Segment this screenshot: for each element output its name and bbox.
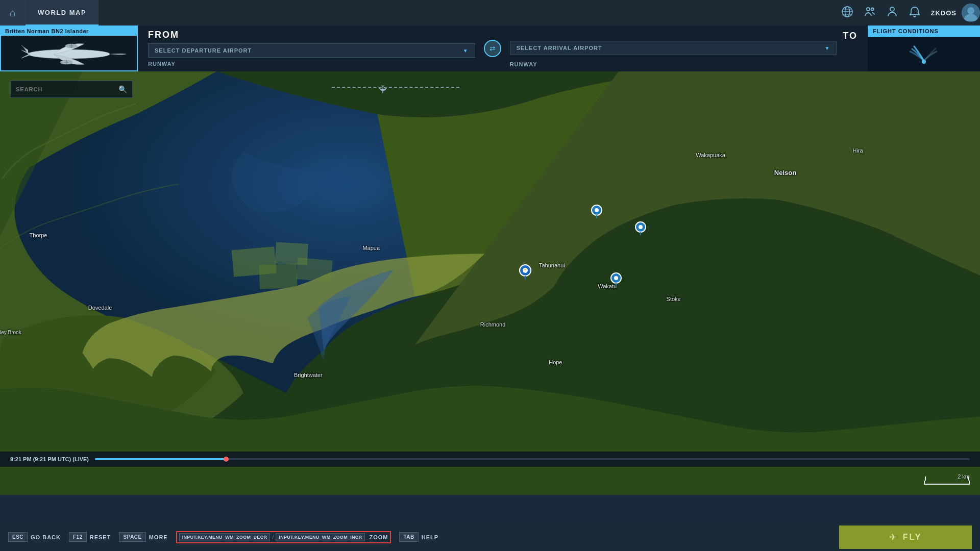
more-label: MORE bbox=[149, 534, 168, 540]
world-map-label: WORLD MAP bbox=[38, 9, 86, 16]
top-nav-bar: ⌂ WORLD MAP bbox=[0, 0, 980, 26]
aircraft-name-label: Britten Norman BN2 Islander bbox=[1, 27, 137, 36]
from-label: FROM bbox=[148, 30, 475, 40]
username-label: ZKDOS bbox=[931, 9, 957, 17]
scale-ruler bbox=[924, 481, 970, 485]
fly-button[interactable]: ✈ FLY bbox=[839, 525, 972, 549]
bell-icon[interactable] bbox=[909, 6, 921, 20]
space-key-badge: SPACE bbox=[119, 532, 145, 542]
departure-dropdown-arrow: ▼ bbox=[463, 48, 469, 54]
search-input[interactable] bbox=[16, 86, 114, 92]
swap-airports-button[interactable]: ⇄ bbox=[484, 40, 501, 57]
to-label: TO bbox=[843, 31, 857, 41]
svg-rect-22 bbox=[296, 258, 333, 282]
svg-point-31 bbox=[614, 276, 618, 280]
search-bar: 🔍 bbox=[10, 81, 133, 98]
zoom-incr-key-badge: INPUT.KEY.MENU_WM_ZOOM_INCR bbox=[276, 533, 365, 541]
flight-path-line bbox=[332, 87, 459, 88]
fly-label: FLY bbox=[903, 533, 922, 542]
timeline-time: 9:21 PM (9:21 PM UTC) (LIVE) bbox=[10, 456, 89, 462]
svg-point-24 bbox=[595, 208, 599, 212]
map-pin-1[interactable] bbox=[590, 204, 604, 218]
flight-conditions-panel[interactable]: FLIGHT CONDITIONS bbox=[868, 26, 980, 71]
go-back-hint[interactable]: Esc GO BACK bbox=[8, 532, 61, 542]
bottom-bar: Esc GO BACK F12 RESET SPACE MORE INPUT.K… bbox=[0, 523, 980, 551]
people-icon[interactable] bbox=[864, 6, 876, 20]
to-label-area: TO bbox=[843, 26, 868, 71]
departure-airport-select[interactable]: SELECT DEPARTURE AIRPORT ▼ bbox=[148, 43, 475, 58]
map-pin-2[interactable] bbox=[633, 221, 648, 235]
departure-placeholder: SELECT DEPARTURE AIRPORT bbox=[155, 47, 252, 54]
svg-point-9 bbox=[967, 7, 974, 14]
arrival-airport-select[interactable]: SELECT ARRIVAL AIRPORT ▼ bbox=[510, 41, 837, 55]
f12-key-badge: F12 bbox=[69, 532, 87, 542]
home-icon: ⌂ bbox=[10, 7, 16, 19]
departure-runway-label: RUNWAY bbox=[148, 61, 475, 67]
swap-icon: ⇄ bbox=[489, 44, 496, 53]
svg-point-7 bbox=[890, 7, 894, 11]
world-map-tab[interactable]: WORLD MAP bbox=[26, 0, 99, 26]
flight-header: Britten Norman BN2 Islander bbox=[0, 26, 980, 71]
map-background: 🔍 ✈ Wakapuaka Nelson Hira Mapua Thorpe T… bbox=[0, 71, 980, 495]
map-pin-nelson-cluster[interactable] bbox=[517, 263, 533, 280]
reset-label: RESET bbox=[90, 534, 111, 540]
svg-point-10 bbox=[28, 49, 110, 59]
help-hint[interactable]: TAB HELP bbox=[399, 532, 438, 542]
zoom-keys-hint[interactable]: INPUT.KEY.MENU_WM_ZOOM_DECR / INPUT.KEY.… bbox=[176, 531, 391, 543]
flight-conditions-header: FLIGHT CONDITIONS bbox=[868, 26, 980, 37]
go-back-label: GO BACK bbox=[31, 534, 61, 540]
nav-icons bbox=[841, 6, 931, 20]
timeline-track[interactable] bbox=[95, 458, 970, 460]
flight-conditions-body bbox=[868, 37, 980, 71]
map-area[interactable]: 🔍 ✈ Wakapuaka Nelson Hira Mapua Thorpe T… bbox=[0, 71, 980, 495]
svg-point-26 bbox=[639, 225, 643, 229]
user-profile[interactable]: ZKDOS bbox=[931, 4, 981, 22]
swap-airports-area: ⇄ bbox=[481, 26, 504, 71]
from-section: FROM SELECT DEPARTURE AIRPORT ▼ RUNWAY bbox=[138, 26, 481, 71]
help-label: HELP bbox=[422, 534, 438, 540]
zoom-label: ZOOM bbox=[369, 534, 388, 540]
aircraft-panel[interactable]: Britten Norman BN2 Islander bbox=[0, 26, 138, 71]
more-hint[interactable]: SPACE MORE bbox=[119, 532, 167, 542]
zoom-slash-separator: / bbox=[272, 534, 274, 540]
arrival-runway-label: RUNWAY bbox=[510, 61, 837, 67]
search-icon[interactable]: 🔍 bbox=[118, 85, 127, 93]
timeline-bar: 9:21 PM (9:21 PM UTC) (LIVE) bbox=[0, 452, 980, 467]
globe-icon[interactable] bbox=[841, 6, 853, 20]
scale-bar: 2 km bbox=[924, 473, 970, 485]
svg-rect-21 bbox=[259, 264, 297, 289]
home-button[interactable]: ⌂ bbox=[0, 0, 26, 26]
zoom-decr-key-badge: INPUT.KEY.MENU_WM_ZOOM_DECR bbox=[179, 533, 271, 541]
arrival-dropdown-arrow: ▼ bbox=[824, 45, 830, 51]
svg-point-5 bbox=[867, 8, 870, 11]
flight-path-plane-icon: ✈ bbox=[376, 85, 389, 94]
arrival-select-row: SELECT ARRIVAL AIRPORT ▼ bbox=[510, 41, 837, 55]
signal-icon bbox=[906, 41, 942, 67]
fly-plane-icon: ✈ bbox=[889, 532, 897, 543]
avatar bbox=[962, 4, 980, 22]
departure-select-row: SELECT DEPARTURE AIRPORT ▼ bbox=[148, 43, 475, 58]
to-section: SELECT ARRIVAL AIRPORT ▼ RUNWAY bbox=[504, 26, 843, 71]
arrival-placeholder: SELECT ARRIVAL AIRPORT bbox=[517, 45, 602, 51]
svg-point-6 bbox=[871, 8, 873, 10]
timeline-dot bbox=[224, 457, 229, 462]
esc-key-badge: Esc bbox=[8, 532, 28, 542]
timeline-progress bbox=[95, 458, 226, 460]
map-pin-3[interactable] bbox=[609, 272, 623, 286]
person-icon[interactable] bbox=[886, 6, 898, 20]
map-svg bbox=[0, 71, 980, 495]
reset-hint[interactable]: F12 RESET bbox=[69, 532, 111, 542]
tab-key-badge: TAB bbox=[399, 532, 418, 542]
